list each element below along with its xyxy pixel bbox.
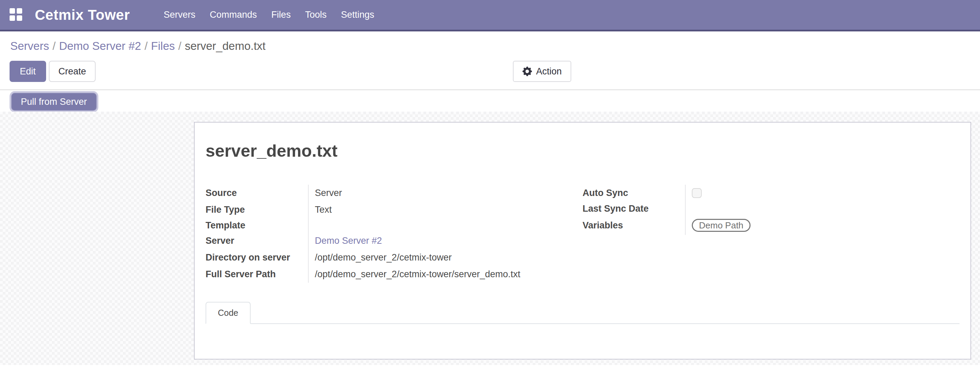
edit-button[interactable]: Edit	[10, 61, 46, 82]
main-menu: Servers Commands Files Tools Settings	[156, 0, 382, 30]
nav-item-files[interactable]: Files	[264, 0, 298, 30]
field-row-source: Source Server	[205, 185, 582, 201]
breadcrumb-current: server_demo.txt	[185, 40, 266, 52]
field-row-full-path: Full Server Path /opt/demo_server_2/cetm…	[205, 266, 582, 283]
field-row-template: Template	[205, 218, 582, 232]
field-row-directory: Directory on server /opt/demo_server_2/c…	[205, 249, 582, 266]
app-brand[interactable]: Cetmix Tower	[35, 7, 130, 23]
field-group-left: Source Server File Type Text Template Se…	[205, 185, 582, 283]
nav-item-tools[interactable]: Tools	[298, 0, 334, 30]
nav-item-servers[interactable]: Servers	[156, 0, 202, 30]
pull-from-server-button[interactable]: Pull from Server	[11, 93, 97, 111]
field-value	[685, 201, 959, 216]
field-label: Source	[205, 185, 308, 201]
breadcrumb-separator: /	[141, 40, 151, 52]
apps-menu-icon[interactable]	[10, 8, 23, 22]
field-value: Demo Path	[685, 216, 959, 235]
action-button[interactable]: Action	[513, 61, 571, 82]
tab-code[interactable]: Code	[205, 302, 251, 324]
field-value	[685, 185, 959, 201]
field-label: Server	[205, 232, 308, 249]
variable-tag: Demo Path	[692, 219, 751, 232]
create-button[interactable]: Create	[49, 61, 95, 82]
breadcrumb-separator: /	[49, 40, 59, 52]
apps-icon-square	[17, 15, 22, 21]
field-value: Server	[308, 185, 582, 201]
field-value: /opt/demo_server_2/cetmix-tower/server_d…	[308, 266, 582, 283]
breadcrumb: Servers/Demo Server #2/Files/server_demo…	[0, 32, 980, 56]
breadcrumb-link-files[interactable]: Files	[151, 40, 175, 52]
nav-item-commands[interactable]: Commands	[202, 0, 264, 30]
apps-icon-square	[10, 8, 15, 14]
field-group-right: Auto Sync Last Sync Date Variables Demo …	[582, 185, 959, 283]
form-view-background: server_demo.txt Source Server File Type …	[0, 111, 980, 365]
field-groups: Source Server File Type Text Template Se…	[205, 185, 959, 283]
button-row: Edit Create Action	[0, 56, 980, 89]
server-link[interactable]: Demo Server #2	[308, 232, 582, 249]
field-row-last-sync-date: Last Sync Date	[582, 201, 959, 216]
field-row-file-type: File Type Text	[205, 201, 582, 218]
gear-icon	[522, 67, 532, 76]
breadcrumb-separator: /	[175, 40, 185, 52]
record-title: server_demo.txt	[205, 141, 959, 161]
control-panel: Servers/Demo Server #2/Files/server_demo…	[0, 32, 980, 111]
breadcrumb-link-servers[interactable]: Servers	[10, 40, 49, 52]
nav-item-settings[interactable]: Settings	[334, 0, 382, 30]
field-label: Variables	[582, 216, 685, 235]
apps-icon-square	[10, 15, 15, 21]
field-label: Directory on server	[205, 249, 308, 266]
field-value: Text	[308, 201, 582, 218]
field-value	[308, 218, 582, 232]
form-sheet: server_demo.txt Source Server File Type …	[194, 122, 971, 360]
object-buttons-row: Pull from Server	[0, 90, 980, 111]
tab-bar: Code	[205, 302, 959, 324]
field-label: Last Sync Date	[582, 201, 685, 216]
field-row-variables: Variables Demo Path	[582, 216, 959, 235]
field-row-auto-sync: Auto Sync	[582, 185, 959, 201]
field-label: Template	[205, 218, 308, 232]
field-label: File Type	[205, 201, 308, 218]
field-label: Full Server Path	[205, 266, 308, 283]
apps-icon-square	[17, 8, 22, 14]
field-label: Auto Sync	[582, 185, 685, 201]
action-button-label: Action	[536, 66, 562, 77]
field-value: /opt/demo_server_2/cetmix-tower	[308, 249, 582, 266]
breadcrumb-link-demo-server-2[interactable]: Demo Server #2	[59, 40, 141, 52]
auto-sync-checkbox[interactable]	[692, 188, 702, 198]
notebook: Code	[205, 302, 959, 324]
top-navbar: Cetmix Tower Servers Commands Files Tool…	[0, 0, 980, 32]
field-row-server: Server Demo Server #2	[205, 232, 582, 249]
